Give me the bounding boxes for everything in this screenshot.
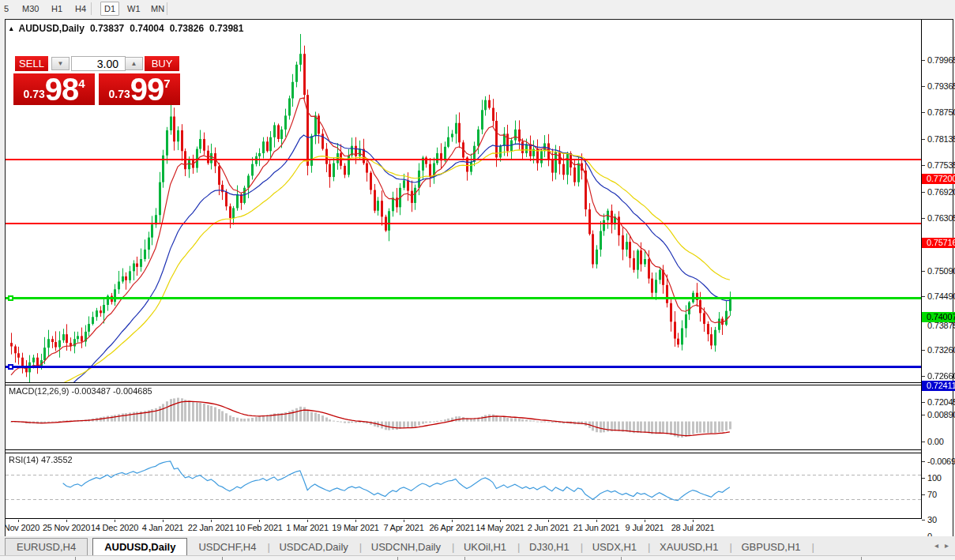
hline-price-chip-0-75716[interactable]: 0.75716: [922, 238, 955, 248]
price-tick-mark: [922, 86, 925, 87]
panel-separator[interactable]: [6, 449, 921, 450]
price-tick-label: 0.79965: [927, 55, 955, 65]
date-tick-label: 22 Jan 2021: [188, 523, 234, 532]
price-tick-mark: [922, 415, 925, 415]
price-tick-label: 0.72045: [927, 397, 955, 407]
tab-ukoil-h1[interactable]: UKOil,H1: [453, 539, 517, 555]
panel-separator[interactable]: [6, 385, 921, 385]
price-tick-mark: [922, 192, 925, 193]
hline-price-chip-0-74007[interactable]: 0.74007: [922, 312, 955, 322]
timeframe-button-mn[interactable]: MN: [148, 2, 167, 15]
date-tick-label: 21 Jun 2021: [573, 523, 619, 532]
rsi-scale-label: 100: [927, 473, 942, 483]
status-strip-mark: [75, 557, 76, 560]
rsi-scale-label: 30: [927, 515, 937, 524]
buy-button[interactable]: BUY: [145, 56, 179, 71]
hline-price-chip-0-72411[interactable]: 0.72411: [922, 381, 955, 391]
price-tick-label: 0.78135: [927, 134, 955, 144]
sell-price-panel[interactable]: 0.73 98 4: [13, 73, 95, 105]
price-tick-mark: [922, 442, 925, 442]
date-tick-label: 6 Nov 2020: [6, 523, 39, 532]
panel-separator[interactable]: [6, 453, 921, 453]
timeframe-button-h1[interactable]: H1: [48, 2, 66, 15]
buy-price-prefix: 0.73: [108, 88, 130, 100]
price-tick-label: 0.76920: [927, 187, 955, 197]
status-strip-mark: [222, 557, 223, 560]
tab-scroll-right-icon[interactable]: ▸: [945, 541, 949, 550]
tab-audusd-daily[interactable]: AUDUSD,Daily: [92, 538, 187, 555]
hline-price-chip-0-77200[interactable]: 0.77200: [922, 174, 955, 184]
price-tick-mark: [922, 478, 925, 479]
date-tick-mark: [452, 520, 453, 522]
macd-scale-label: 0.00: [927, 437, 944, 446]
date-tick-mark: [259, 520, 260, 522]
volume-decrease-button[interactable]: ▼: [51, 57, 70, 70]
rsi-indicator-label: RSI(14) 47.3552: [9, 455, 73, 464]
status-strip-mark: [464, 557, 465, 560]
price-tick-mark: [922, 494, 925, 495]
price-tick-mark: [922, 60, 925, 61]
macd-indicator-label: MACD(12,26,9) -0.003487 -0.004685: [9, 386, 152, 396]
tab-dj30-h1[interactable]: DJ30,H1: [518, 539, 581, 555]
sell-button[interactable]: SELL: [15, 56, 48, 71]
date-tick-mark: [500, 520, 501, 522]
price-tick-label: 0.74490: [927, 291, 955, 301]
timeframe-button-d1[interactable]: D1: [100, 2, 119, 16]
tab-scroll-left-icon[interactable]: ◂: [934, 541, 938, 550]
date-tick-label: 1 Mar 2021: [286, 523, 329, 532]
price-tick-mark: [922, 520, 925, 521]
volume-input[interactable]: [71, 56, 126, 71]
date-tick-mark: [163, 520, 164, 522]
price-tick-label: 0.79365: [927, 81, 955, 91]
tab-xauusd-h1[interactable]: XAUUSD,H1: [649, 539, 729, 555]
price-tick-mark: [922, 218, 925, 219]
date-tick-label: 26 Apr 2021: [429, 523, 474, 532]
chart-header: ▴ AUDUSD,Daily 0.73837 0.74004 0.73826 0…: [9, 23, 243, 34]
date-tick-label: 7 Apr 2021: [383, 523, 423, 532]
tab-usdcnh-daily[interactable]: USDCNH,Daily: [360, 539, 452, 555]
buy-price-big-digits: 99: [130, 75, 164, 103]
tab-separator: |: [812, 539, 813, 555]
timeframe-button-m30[interactable]: M30: [19, 2, 42, 15]
timeframe-button-5[interactable]: 5: [1, 2, 12, 15]
tab-usdx-h1[interactable]: USDX,H1: [581, 539, 648, 555]
date-tick-label: 10 Feb 2021: [235, 523, 283, 532]
price-tick-label: 0.76305: [927, 213, 955, 223]
date-tick-mark: [548, 520, 549, 522]
date-tick-mark: [645, 520, 645, 522]
timeframe-button-w1[interactable]: W1: [124, 2, 144, 15]
tab-gbpusd-h1[interactable]: GBPUSD,H1: [730, 539, 811, 555]
tab-usdchf-h4[interactable]: USDCHF,H4: [187, 539, 267, 555]
timeframe-button-h4[interactable]: H4: [72, 2, 89, 15]
buy-price-pip-digit: 7: [164, 77, 170, 90]
macd-scale-label: 0.008903: [927, 410, 955, 419]
panel-separator[interactable]: [6, 382, 921, 383]
price-tick-mark: [922, 112, 925, 113]
collapse-trade-panel-icon[interactable]: ▴: [9, 24, 13, 32]
chart-symbol-label: AUDUSD,Daily: [19, 23, 85, 34]
date-tick-mark: [596, 520, 597, 522]
sell-price-prefix: 0.73: [23, 88, 44, 100]
date-tick-mark: [18, 520, 19, 522]
price-tick-mark: [922, 296, 925, 297]
date-tick-mark: [66, 520, 67, 522]
price-tick-label: 0.73260: [927, 345, 955, 355]
timeframe-toolbar: 5M30H1H4D1W1MN: [0, 0, 955, 18]
tab-usdcad-daily[interactable]: USDCAD,Daily: [268, 539, 359, 555]
date-tick-mark: [307, 520, 308, 522]
bottom-status-strip: [0, 555, 955, 560]
buy-price-panel[interactable]: 0.73 99 7: [99, 73, 180, 105]
date-tick-mark: [693, 520, 694, 522]
status-strip-mark: [861, 557, 862, 560]
date-tick-label: 2 Jun 2021: [528, 523, 569, 532]
price-tick-mark: [922, 402, 925, 403]
price-tick-label: 0.78750: [927, 107, 955, 117]
chart-window: ▴ AUDUSD,Daily 0.73837 0.74004 0.73826 0…: [5, 19, 953, 537]
price-tick-mark: [922, 350, 925, 351]
date-tick-mark: [355, 520, 356, 522]
volume-increase-button[interactable]: ▲: [125, 57, 143, 70]
date-tick-label: 19 Mar 2021: [332, 523, 379, 532]
date-tick-label: 4 Jan 2021: [142, 523, 183, 532]
price-tick-label: 0.72660: [927, 371, 955, 381]
tab-eurusd-h4[interactable]: EURUSD,H4: [5, 538, 88, 555]
